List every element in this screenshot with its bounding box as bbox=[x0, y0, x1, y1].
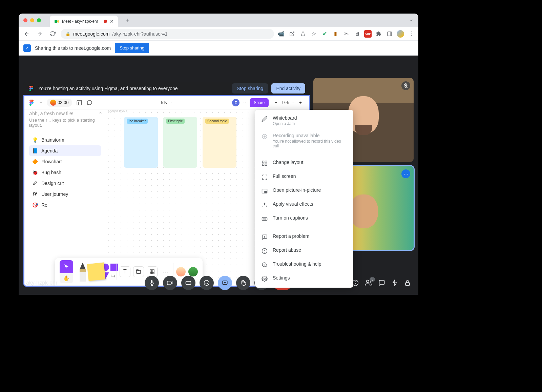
svg-point-43 bbox=[355, 282, 356, 282]
template-item-flowchart[interactable]: 🔶Flowchart bbox=[29, 156, 101, 167]
stop-sharing-button[interactable]: Stop sharing bbox=[115, 43, 149, 53]
profile-avatar[interactable] bbox=[397, 30, 404, 38]
menu-item-whiteboard[interactable]: WhiteboardOpen a Jam bbox=[255, 112, 353, 129]
browser-tab[interactable]: Meet - aky-hzpk-ehr ✕ bbox=[50, 16, 118, 27]
open-external-icon[interactable] bbox=[288, 30, 296, 38]
camera-toggle[interactable] bbox=[163, 276, 177, 290]
template-item-agenda[interactable]: 📘Agenda bbox=[29, 145, 101, 156]
menu-item-effects[interactable]: Apply visual effects bbox=[255, 198, 353, 212]
menu-item-captions[interactable]: CC Turn on captions bbox=[255, 212, 353, 226]
flowchart-icon: 🔶 bbox=[32, 159, 38, 165]
comment-icon[interactable] bbox=[86, 100, 92, 106]
template-list: 💡Brainstorm 📘Agenda 🔶Flowchart 🐞Bug bash… bbox=[29, 135, 101, 210]
canvas-label: Agenda layout bbox=[108, 109, 127, 113]
menu-item-report-abuse[interactable]: Report abuse bbox=[255, 244, 353, 258]
reload-button[interactable] bbox=[48, 29, 57, 39]
topic-card-1[interactable]: Ice breaker bbox=[124, 117, 158, 168]
topic-card-3[interactable]: Second topic bbox=[203, 117, 236, 168]
user-avatar[interactable]: E bbox=[232, 99, 239, 106]
camera-indicator-icon[interactable]: 📹 bbox=[277, 30, 285, 38]
extension-3-icon[interactable]: ✂ bbox=[342, 30, 350, 38]
menu-item-pip[interactable]: Open picture-in-picture bbox=[255, 184, 353, 198]
zoom-level[interactable]: 9% bbox=[282, 100, 289, 105]
svg-point-3 bbox=[31, 87, 33, 89]
titlebar: Meet - aky-hzpk-ehr ✕ + bbox=[19, 14, 418, 27]
figjam-share-button[interactable]: Share bbox=[250, 98, 269, 107]
timer-value: 03:00 bbox=[58, 100, 69, 105]
participants-button[interactable]: 3 bbox=[365, 279, 372, 287]
menu-item-settings[interactable]: Settings bbox=[255, 272, 353, 286]
new-tab-button[interactable]: + bbox=[123, 16, 132, 25]
lock-icon: 🔒 bbox=[65, 32, 70, 36]
banner-stop-sharing-button[interactable]: Stop sharing bbox=[232, 83, 268, 94]
agenda-icon: 📘 bbox=[32, 148, 38, 154]
banner-end-activity-button[interactable]: End activity bbox=[271, 83, 305, 94]
present-button[interactable] bbox=[218, 276, 232, 290]
tabs-dropdown-icon[interactable] bbox=[409, 18, 414, 23]
layout-icon[interactable] bbox=[76, 100, 82, 106]
adblock-icon[interactable]: ABP bbox=[364, 30, 372, 38]
template-item-retro[interactable]: 🎯Re bbox=[29, 200, 101, 210]
reactions-button[interactable] bbox=[200, 276, 214, 290]
svg-rect-5 bbox=[77, 100, 82, 105]
browser-menu-icon[interactable]: ⋮ bbox=[408, 30, 415, 38]
bookmark-star-icon[interactable]: ☆ bbox=[310, 30, 317, 38]
meet-bottom-bar: aky-hzpk-ehr ⋮ 3 bbox=[19, 271, 418, 295]
picker-close-icon[interactable] bbox=[98, 111, 102, 115]
url-field[interactable]: 🔒 meet.google.com/aky-hzpk-ehr?authuser=… bbox=[61, 29, 274, 39]
back-button[interactable] bbox=[22, 29, 32, 39]
timer-pill[interactable]: 03:00 bbox=[47, 99, 72, 107]
file-name[interactable]: fds bbox=[161, 100, 167, 105]
share-icon[interactable] bbox=[299, 30, 307, 38]
close-window[interactable] bbox=[23, 18, 27, 22]
chevron-down-icon[interactable] bbox=[243, 101, 246, 104]
menu-item-fullscreen[interactable]: Full screen bbox=[255, 170, 353, 184]
chevron-down-icon[interactable] bbox=[39, 101, 43, 104]
minimize-window[interactable] bbox=[30, 18, 34, 22]
menu-item-change-layout[interactable]: Change layout bbox=[255, 156, 353, 170]
host-controls-button[interactable] bbox=[404, 280, 411, 286]
template-item-bugbash[interactable]: 🐞Bug bash bbox=[29, 167, 101, 178]
extension-1-icon[interactable]: ✔ bbox=[321, 30, 328, 38]
meet-favicon-icon bbox=[54, 19, 59, 24]
svg-rect-48 bbox=[405, 283, 410, 285]
captions-toggle[interactable] bbox=[181, 276, 195, 290]
svg-point-33 bbox=[265, 252, 265, 252]
template-item-brainstorm[interactable]: 💡Brainstorm bbox=[29, 135, 101, 145]
svg-point-47 bbox=[396, 282, 396, 283]
template-item-userjourney[interactable]: 🗺User journey bbox=[29, 189, 101, 200]
forward-button[interactable] bbox=[35, 29, 44, 39]
help-search-icon: ? bbox=[261, 262, 268, 268]
chevron-down-icon[interactable] bbox=[169, 101, 172, 104]
extension-4-icon[interactable]: 🖥 bbox=[353, 30, 361, 38]
target-icon: 🎯 bbox=[32, 202, 38, 208]
svg-text:CC: CC bbox=[263, 218, 266, 220]
picker-title: Ahh, a fresh new file! bbox=[29, 111, 101, 116]
activities-button[interactable] bbox=[391, 280, 398, 286]
zoom-out-button[interactable]: − bbox=[272, 99, 279, 106]
svg-point-39 bbox=[204, 281, 209, 286]
maximize-window[interactable] bbox=[37, 18, 41, 22]
svg-rect-21 bbox=[262, 161, 264, 163]
chat-button[interactable] bbox=[378, 280, 385, 286]
extensions-puzzle-icon[interactable] bbox=[375, 30, 382, 38]
zoom-in-button[interactable]: + bbox=[297, 99, 304, 106]
meeting-code: aky-hzpk-ehr bbox=[26, 280, 57, 286]
menu-item-troubleshoot[interactable]: ? Troubleshooting & help bbox=[255, 258, 353, 272]
sidepanel-icon[interactable] bbox=[386, 30, 393, 38]
raise-hand-button[interactable] bbox=[236, 276, 250, 290]
svg-point-37 bbox=[264, 278, 266, 280]
menu-item-recording: Recording unavailableYou're not allowed … bbox=[255, 129, 353, 152]
feedback-icon bbox=[261, 234, 268, 241]
picker-subtitle: Use the ↑ ↓ keys to pick a starting layo… bbox=[29, 118, 101, 128]
figjam-logo-icon[interactable] bbox=[29, 100, 35, 106]
mic-toggle[interactable] bbox=[145, 276, 159, 290]
chevron-down-icon[interactable] bbox=[291, 101, 294, 104]
tile-more-icon[interactable]: ⋯ bbox=[401, 169, 410, 178]
extension-2-icon[interactable]: ▮ bbox=[332, 30, 339, 38]
topic-card-2[interactable]: First topic bbox=[163, 117, 197, 168]
menu-item-report-problem[interactable]: Report a problem bbox=[255, 230, 353, 244]
tab-close-icon[interactable]: ✕ bbox=[110, 19, 114, 24]
svg-point-45 bbox=[394, 280, 395, 281]
template-item-designcrit[interactable]: 🖊Design crit bbox=[29, 178, 101, 189]
